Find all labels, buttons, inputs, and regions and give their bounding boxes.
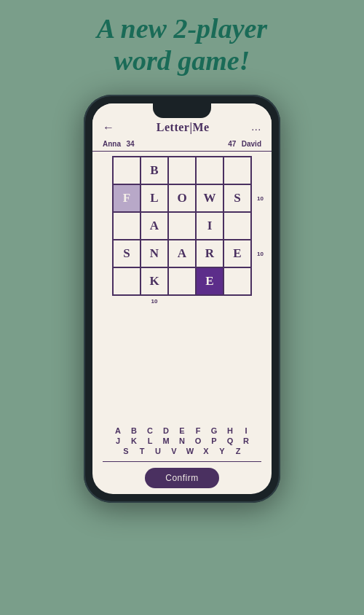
keyboard: A B C D E F G H I J K L M N O P Q R: [92, 423, 272, 460]
cell-4-2[interactable]: [168, 267, 196, 295]
cell-0-3[interactable]: [196, 157, 223, 184]
score-row: Anna 34 47 David: [92, 138, 272, 152]
key-J[interactable]: J: [111, 436, 124, 445]
cell-0-0[interactable]: [113, 157, 141, 184]
player-left-score: 34: [127, 140, 135, 148]
key-M[interactable]: M: [159, 436, 173, 445]
key-U[interactable]: U: [151, 447, 165, 455]
key-V[interactable]: V: [167, 447, 181, 455]
key-A[interactable]: A: [111, 426, 124, 435]
cell-3-4[interactable]: E 10: [223, 240, 251, 267]
key-P[interactable]: P: [207, 436, 221, 445]
headline-line1: A new 2-player: [0, 13, 364, 45]
key-F[interactable]: F: [191, 426, 205, 435]
headline: A new 2-player word game!: [0, 13, 364, 77]
key-R[interactable]: R: [240, 436, 253, 445]
key-Z[interactable]: Z: [232, 447, 245, 455]
player-left-name: Anna: [103, 140, 121, 148]
key-row-1: A B C D E F G H I: [100, 426, 264, 435]
confirm-button[interactable]: Confirm: [145, 468, 219, 488]
cell-4-0[interactable]: [113, 267, 141, 295]
cell-4-4[interactable]: [223, 267, 251, 295]
cell-1-3[interactable]: W: [196, 184, 223, 212]
notch: [153, 103, 211, 118]
col-score-3: 4: [208, 298, 211, 305]
cell-2-1[interactable]: A: [141, 212, 168, 240]
cell-3-0[interactable]: S: [113, 240, 141, 267]
cell-2-2[interactable]: [168, 212, 196, 240]
key-C[interactable]: C: [143, 426, 157, 435]
cell-1-4[interactable]: S 10: [223, 184, 251, 212]
row-score-1: 10: [257, 195, 264, 202]
key-row-2: J K L M N O P Q R: [100, 436, 264, 445]
cell-3-1[interactable]: N: [141, 240, 168, 267]
cell-4-3[interactable]: E 4: [196, 267, 223, 295]
key-L[interactable]: L: [143, 436, 157, 445]
cell-3-3[interactable]: R: [196, 240, 223, 267]
score-left: Anna 34: [103, 140, 135, 148]
key-G[interactable]: G: [207, 426, 221, 435]
key-N[interactable]: N: [175, 436, 189, 445]
key-W[interactable]: W: [183, 447, 197, 455]
key-B[interactable]: B: [127, 426, 141, 435]
cell-0-4[interactable]: [223, 157, 251, 184]
row-score-3: 10: [257, 251, 264, 257]
cell-2-0[interactable]: [113, 212, 141, 240]
phone-shell: ← Letter|Me ... Anna 34 47 David: [84, 95, 280, 503]
key-Y[interactable]: Y: [215, 447, 229, 455]
cell-4-1[interactable]: K 10: [141, 267, 168, 295]
grid-wrapper: B F L O W S 10 A I: [112, 156, 252, 296]
cell-2-3[interactable]: I: [196, 212, 223, 240]
key-S[interactable]: S: [119, 447, 132, 455]
cell-1-2[interactable]: O: [168, 184, 196, 212]
cell-3-2[interactable]: A: [168, 240, 196, 267]
cell-0-2[interactable]: [168, 157, 196, 184]
key-I[interactable]: I: [240, 426, 253, 435]
col-score-1: 10: [151, 298, 158, 305]
key-row-3: S T U V W X Y Z: [100, 447, 264, 455]
player-right-score: 47: [228, 140, 236, 148]
key-X[interactable]: X: [199, 447, 213, 455]
grid-container: B F L O W S 10 A I: [92, 152, 272, 423]
cell-1-1[interactable]: L: [141, 184, 168, 212]
key-H[interactable]: H: [223, 426, 237, 435]
score-right: 47 David: [228, 140, 261, 148]
key-D[interactable]: D: [159, 426, 173, 435]
key-Q[interactable]: Q: [223, 436, 237, 445]
back-button[interactable]: ←: [103, 121, 114, 134]
more-button[interactable]: ...: [251, 122, 261, 133]
key-T[interactable]: T: [135, 447, 149, 455]
headline-line2: word game!: [0, 45, 364, 77]
cell-1-0[interactable]: F: [113, 184, 141, 212]
phone-screen: ← Letter|Me ... Anna 34 47 David: [92, 103, 272, 494]
key-O[interactable]: O: [191, 436, 205, 445]
player-right-name: David: [242, 140, 261, 148]
app-title: Letter|Me: [157, 121, 210, 134]
cell-0-1[interactable]: B: [141, 157, 168, 184]
cell-2-4[interactable]: [223, 212, 251, 240]
game-grid: B F L O W S 10 A I: [112, 156, 252, 296]
divider: [103, 461, 261, 463]
key-K[interactable]: K: [127, 436, 141, 445]
key-E[interactable]: E: [175, 426, 189, 435]
